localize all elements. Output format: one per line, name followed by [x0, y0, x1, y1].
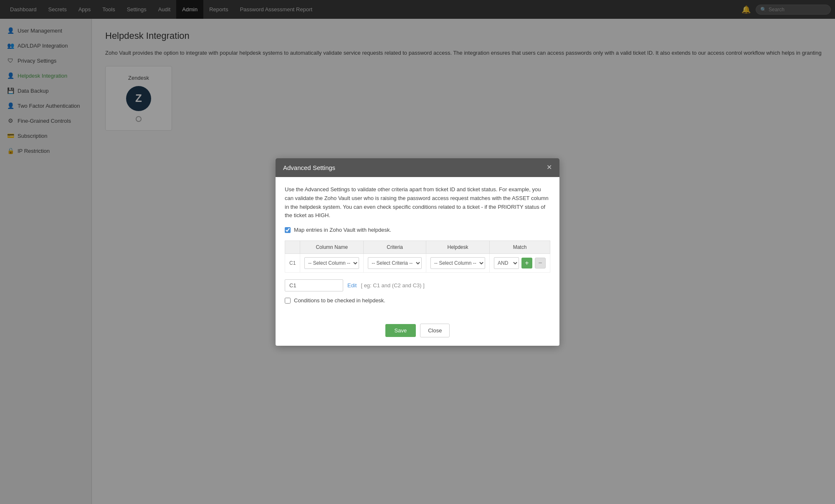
col-helpdesk-cell: -- Select Column -- — [426, 254, 490, 273]
save-button[interactable]: Save — [385, 324, 416, 337]
add-row-button[interactable]: + — [521, 258, 532, 268]
col-name-cell: -- Select Column -- — [300, 254, 364, 273]
row-label-c1: C1 — [285, 254, 300, 273]
th-column-name: Column Name — [300, 241, 364, 254]
col-criteria-cell: -- Select Criteria -- — [364, 254, 426, 273]
match-cell: AND + − — [489, 254, 550, 273]
col-criteria-select[interactable]: -- Select Criteria -- — [368, 257, 422, 269]
conditions-checkbox[interactable] — [285, 298, 291, 304]
col-name-select[interactable]: -- Select Column -- — [304, 257, 359, 269]
th-match: Match — [489, 241, 550, 254]
th-criteria: Criteria — [364, 241, 426, 254]
map-checkbox[interactable] — [285, 227, 291, 233]
match-select[interactable]: AND — [494, 257, 519, 269]
match-controls: AND + − — [494, 257, 546, 269]
mapping-table: Column Name Criteria Helpdesk Match C1 -… — [285, 241, 550, 273]
col-helpdesk-select[interactable]: -- Select Column -- — [430, 257, 485, 269]
modal-overlay: Advanced Settings ✕ Use the Advanced Set… — [0, 0, 835, 504]
map-checkbox-label: Map entries in Zoho Vault with helpdesk. — [294, 227, 391, 233]
conditions-checkbox-row: Conditions to be checked in helpdesk. — [285, 297, 550, 304]
th-empty — [285, 241, 300, 254]
expression-edit-link[interactable]: Edit — [347, 282, 357, 289]
expression-hint: [ eg: C1 and (C2 and C3) ] — [361, 282, 424, 289]
modal-title: Advanced Settings — [283, 164, 335, 171]
advanced-settings-modal: Advanced Settings ✕ Use the Advanced Set… — [276, 158, 559, 346]
conditions-checkbox-label: Conditions to be checked in helpdesk. — [294, 297, 385, 304]
modal-body: Use the Advanced Settings to validate ot… — [276, 177, 559, 319]
expression-input[interactable] — [285, 279, 343, 291]
expression-row: Edit [ eg: C1 and (C2 and C3) ] — [285, 279, 550, 291]
modal-close-button[interactable]: ✕ — [547, 164, 552, 171]
close-button[interactable]: Close — [420, 324, 450, 337]
remove-row-button[interactable]: − — [535, 258, 546, 268]
modal-header: Advanced Settings ✕ — [276, 158, 559, 177]
modal-footer: Save Close — [276, 319, 559, 346]
th-helpdesk: Helpdesk — [426, 241, 490, 254]
map-checkbox-row: Map entries in Zoho Vault with helpdesk. — [285, 227, 550, 233]
modal-description: Use the Advanced Settings to validate ot… — [285, 185, 550, 220]
table-row: C1 -- Select Column -- -- Select Criteri… — [285, 254, 550, 273]
